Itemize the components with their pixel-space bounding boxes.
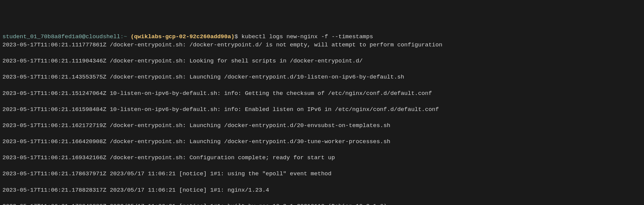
log-line: 2023-05-17T11:06:21.161598484Z 10-listen…: [2, 106, 642, 114]
log-line: 2023-05-17T11:06:21.162172719Z /docker-e…: [2, 122, 642, 130]
prompt-command: kubectl logs new-nginx -f --timestamps: [242, 33, 373, 40]
log-line: 2023-05-17T11:06:21.178828317Z 2023/05/1…: [2, 186, 642, 194]
prompt-dollar: $: [235, 33, 242, 40]
log-line: 2023-05-17T11:06:21.178840889Z 2023/05/1…: [2, 202, 642, 205]
log-line: 2023-05-17T11:06:21.111777861Z /docker-e…: [2, 41, 642, 49]
log-line: 2023-05-17T11:06:21.178637971Z 2023/05/1…: [2, 170, 642, 178]
prompt-separator: :~: [120, 33, 131, 40]
log-line: 2023-05-17T11:06:21.143553575Z /docker-e…: [2, 73, 642, 81]
prompt-project: (qwiklabs-gcp-02-92c260add90a): [131, 33, 235, 40]
log-line: 2023-05-17T11:06:21.169342166Z /docker-e…: [2, 154, 642, 162]
terminal-window[interactable]: student_01_70b8a8fed1a0@cloudshell:~ (qw…: [0, 32, 644, 205]
log-line: 2023-05-17T11:06:21.111904346Z /docker-e…: [2, 57, 642, 65]
log-line: 2023-05-17T11:06:21.166420908Z /docker-e…: [2, 138, 642, 146]
prompt-user: student_01_70b8a8fed1a0@cloudshell: [2, 33, 120, 40]
log-line: 2023-05-17T11:06:21.151247064Z 10-listen…: [2, 89, 642, 98]
